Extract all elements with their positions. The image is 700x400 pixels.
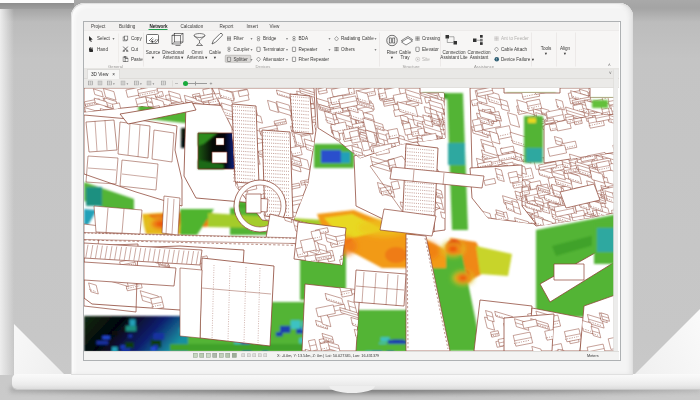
svg-text:!: ! bbox=[496, 57, 497, 61]
